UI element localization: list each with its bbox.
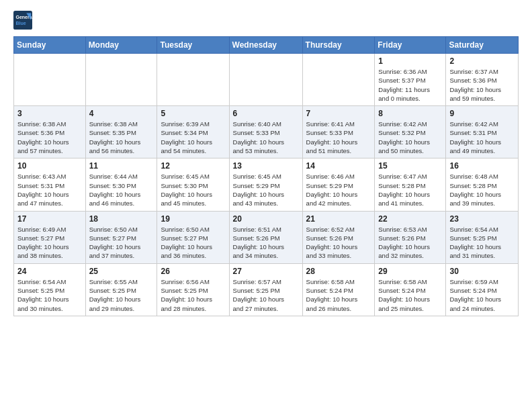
day-number: 29 bbox=[378, 267, 442, 276]
calendar-cell bbox=[229, 54, 302, 106]
day-info: Sunrise: 6:45 AM Sunset: 5:30 PM Dayligh… bbox=[161, 172, 225, 208]
day-number: 11 bbox=[89, 161, 154, 171]
day-info: Sunrise: 6:54 AM Sunset: 5:25 PM Dayligh… bbox=[449, 225, 515, 261]
day-info: Sunrise: 6:59 AM Sunset: 5:24 PM Dayligh… bbox=[449, 277, 515, 313]
calendar-cell: 30Sunrise: 6:59 AM Sunset: 5:24 PM Dayli… bbox=[446, 263, 519, 316]
day-number: 7 bbox=[306, 109, 371, 118]
day-number: 15 bbox=[378, 161, 442, 171]
calendar-cell: 23Sunrise: 6:54 AM Sunset: 5:25 PM Dayli… bbox=[446, 211, 519, 263]
day-number: 23 bbox=[449, 214, 515, 224]
calendar-week-2: 3Sunrise: 6:38 AM Sunset: 5:36 PM Daylig… bbox=[14, 106, 519, 158]
day-info: Sunrise: 6:53 AM Sunset: 5:26 PM Dayligh… bbox=[378, 225, 442, 261]
day-info: Sunrise: 6:45 AM Sunset: 5:29 PM Dayligh… bbox=[233, 172, 299, 208]
weekday-header-monday: Monday bbox=[85, 37, 157, 54]
calendar-cell: 15Sunrise: 6:47 AM Sunset: 5:28 PM Dayli… bbox=[375, 158, 446, 211]
day-number: 10 bbox=[17, 161, 82, 171]
calendar-week-5: 24Sunrise: 6:54 AM Sunset: 5:25 PM Dayli… bbox=[14, 263, 519, 316]
day-info: Sunrise: 6:48 AM Sunset: 5:28 PM Dayligh… bbox=[449, 172, 515, 208]
day-number: 13 bbox=[233, 161, 299, 171]
weekday-header-wednesday: Wednesday bbox=[229, 37, 302, 54]
day-info: Sunrise: 6:51 AM Sunset: 5:26 PM Dayligh… bbox=[233, 225, 299, 261]
day-number: 24 bbox=[17, 267, 82, 276]
calendar-cell: 28Sunrise: 6:58 AM Sunset: 5:24 PM Dayli… bbox=[302, 263, 375, 316]
day-number: 5 bbox=[161, 109, 225, 118]
day-number: 27 bbox=[233, 267, 299, 276]
day-number: 28 bbox=[306, 267, 371, 276]
day-info: Sunrise: 6:41 AM Sunset: 5:33 PM Dayligh… bbox=[306, 120, 371, 155]
logo: General Blue bbox=[13, 11, 35, 30]
day-number: 3 bbox=[17, 109, 82, 118]
day-number: 6 bbox=[233, 109, 299, 118]
calendar-cell: 1Sunrise: 6:36 AM Sunset: 5:37 PM Daylig… bbox=[375, 54, 446, 106]
calendar-cell: 12Sunrise: 6:45 AM Sunset: 5:30 PM Dayli… bbox=[157, 158, 229, 211]
day-number: 25 bbox=[89, 267, 154, 276]
day-number: 30 bbox=[449, 267, 515, 276]
calendar-cell: 25Sunrise: 6:55 AM Sunset: 5:25 PM Dayli… bbox=[85, 263, 157, 316]
day-info: Sunrise: 6:50 AM Sunset: 5:27 PM Dayligh… bbox=[89, 225, 154, 261]
calendar-cell: 9Sunrise: 6:42 AM Sunset: 5:31 PM Daylig… bbox=[446, 106, 519, 158]
day-info: Sunrise: 6:55 AM Sunset: 5:25 PM Dayligh… bbox=[89, 277, 154, 313]
day-info: Sunrise: 6:42 AM Sunset: 5:32 PM Dayligh… bbox=[378, 120, 442, 155]
calendar-cell: 4Sunrise: 6:38 AM Sunset: 5:35 PM Daylig… bbox=[85, 106, 157, 158]
day-info: Sunrise: 6:44 AM Sunset: 5:30 PM Dayligh… bbox=[89, 172, 154, 208]
day-info: Sunrise: 6:57 AM Sunset: 5:25 PM Dayligh… bbox=[233, 277, 299, 313]
calendar-cell: 20Sunrise: 6:51 AM Sunset: 5:26 PM Dayli… bbox=[229, 211, 302, 263]
day-info: Sunrise: 6:52 AM Sunset: 5:26 PM Dayligh… bbox=[306, 225, 371, 261]
calendar-week-1: 1Sunrise: 6:36 AM Sunset: 5:37 PM Daylig… bbox=[14, 54, 519, 106]
weekday-header-thursday: Thursday bbox=[302, 37, 375, 54]
calendar-cell: 19Sunrise: 6:50 AM Sunset: 5:27 PM Dayli… bbox=[157, 211, 229, 263]
svg-text:Blue: Blue bbox=[16, 21, 26, 26]
calendar-cell: 22Sunrise: 6:53 AM Sunset: 5:26 PM Dayli… bbox=[375, 211, 446, 263]
day-info: Sunrise: 6:49 AM Sunset: 5:27 PM Dayligh… bbox=[17, 225, 82, 261]
calendar-cell: 14Sunrise: 6:46 AM Sunset: 5:29 PM Dayli… bbox=[302, 158, 375, 211]
day-info: Sunrise: 6:58 AM Sunset: 5:24 PM Dayligh… bbox=[378, 277, 442, 313]
calendar-cell: 16Sunrise: 6:48 AM Sunset: 5:28 PM Dayli… bbox=[446, 158, 519, 211]
day-number: 16 bbox=[449, 161, 515, 171]
calendar-cell: 3Sunrise: 6:38 AM Sunset: 5:36 PM Daylig… bbox=[14, 106, 86, 158]
calendar-week-3: 10Sunrise: 6:43 AM Sunset: 5:31 PM Dayli… bbox=[14, 158, 519, 211]
day-info: Sunrise: 6:40 AM Sunset: 5:33 PM Dayligh… bbox=[233, 120, 299, 155]
calendar-cell: 10Sunrise: 6:43 AM Sunset: 5:31 PM Dayli… bbox=[14, 158, 86, 211]
calendar-header-row: SundayMondayTuesdayWednesdayThursdayFrid… bbox=[14, 37, 519, 54]
day-info: Sunrise: 6:56 AM Sunset: 5:25 PM Dayligh… bbox=[161, 277, 225, 313]
weekday-header-friday: Friday bbox=[375, 37, 446, 54]
day-number: 17 bbox=[17, 214, 82, 224]
day-number: 18 bbox=[89, 214, 154, 224]
day-number: 22 bbox=[378, 214, 442, 224]
calendar-cell: 5Sunrise: 6:39 AM Sunset: 5:34 PM Daylig… bbox=[157, 106, 229, 158]
day-info: Sunrise: 6:36 AM Sunset: 5:37 PM Dayligh… bbox=[378, 67, 442, 103]
day-number: 21 bbox=[306, 214, 371, 224]
weekday-header-tuesday: Tuesday bbox=[157, 37, 229, 54]
day-info: Sunrise: 6:54 AM Sunset: 5:25 PM Dayligh… bbox=[17, 277, 82, 313]
day-number: 20 bbox=[233, 214, 299, 224]
calendar-week-4: 17Sunrise: 6:49 AM Sunset: 5:27 PM Dayli… bbox=[14, 211, 519, 263]
day-info: Sunrise: 6:50 AM Sunset: 5:27 PM Dayligh… bbox=[161, 225, 225, 261]
day-info: Sunrise: 6:37 AM Sunset: 5:36 PM Dayligh… bbox=[449, 67, 515, 103]
day-number: 12 bbox=[161, 161, 225, 171]
day-number: 2 bbox=[449, 56, 515, 66]
weekday-header-saturday: Saturday bbox=[446, 37, 519, 54]
calendar-cell: 29Sunrise: 6:58 AM Sunset: 5:24 PM Dayli… bbox=[375, 263, 446, 316]
calendar-cell bbox=[157, 54, 229, 106]
day-number: 19 bbox=[161, 214, 225, 224]
calendar-cell: 24Sunrise: 6:54 AM Sunset: 5:25 PM Dayli… bbox=[14, 263, 86, 316]
calendar-cell: 26Sunrise: 6:56 AM Sunset: 5:25 PM Dayli… bbox=[157, 263, 229, 316]
calendar-cell: 17Sunrise: 6:49 AM Sunset: 5:27 PM Dayli… bbox=[14, 211, 86, 263]
calendar-table: SundayMondayTuesdayWednesdayThursdayFrid… bbox=[13, 36, 519, 316]
day-number: 9 bbox=[449, 109, 515, 118]
logo-icon: General Blue bbox=[13, 11, 32, 30]
calendar-cell: 8Sunrise: 6:42 AM Sunset: 5:32 PM Daylig… bbox=[375, 106, 446, 158]
day-info: Sunrise: 6:39 AM Sunset: 5:34 PM Dayligh… bbox=[161, 120, 225, 155]
calendar-cell: 11Sunrise: 6:44 AM Sunset: 5:30 PM Dayli… bbox=[85, 158, 157, 211]
header: General Blue bbox=[13, 11, 519, 30]
day-info: Sunrise: 6:47 AM Sunset: 5:28 PM Dayligh… bbox=[378, 172, 442, 208]
calendar-cell: 13Sunrise: 6:45 AM Sunset: 5:29 PM Dayli… bbox=[229, 158, 302, 211]
day-info: Sunrise: 6:46 AM Sunset: 5:29 PM Dayligh… bbox=[306, 172, 371, 208]
weekday-header-sunday: Sunday bbox=[14, 37, 86, 54]
calendar-cell: 27Sunrise: 6:57 AM Sunset: 5:25 PM Dayli… bbox=[229, 263, 302, 316]
day-info: Sunrise: 6:42 AM Sunset: 5:31 PM Dayligh… bbox=[449, 120, 515, 155]
day-number: 14 bbox=[306, 161, 371, 171]
day-info: Sunrise: 6:38 AM Sunset: 5:35 PM Dayligh… bbox=[89, 120, 154, 155]
calendar-cell bbox=[85, 54, 157, 106]
page: General Blue SundayMondayTuesdayWednesda… bbox=[0, 0, 532, 327]
